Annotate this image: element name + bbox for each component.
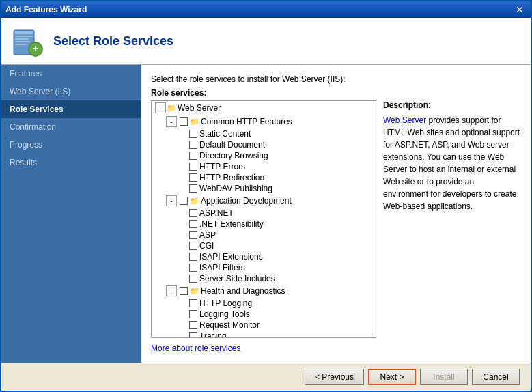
tree-item-server-side[interactable]: Server Side Includes bbox=[152, 273, 376, 284]
sidebar-item-progress: Progress bbox=[1, 136, 141, 154]
wizard-window: Add Features Wizard ✕ + Select Role Serv… bbox=[0, 0, 532, 392]
tree-item-static-content[interactable]: Static Content bbox=[152, 128, 376, 139]
checkbox-isapi-filters[interactable] bbox=[189, 264, 197, 272]
tree-item-asp[interactable]: ASP bbox=[152, 229, 376, 240]
checkbox-cgi[interactable] bbox=[189, 242, 197, 250]
checkbox-request-monitor[interactable] bbox=[189, 321, 197, 329]
tree-label-logging-tools: Logging Tools bbox=[199, 309, 250, 319]
tree-label-server-side: Server Side Includes bbox=[199, 274, 275, 283]
tree-label-common-http: Common HTTP Features bbox=[201, 117, 292, 126]
checkbox-health[interactable] bbox=[180, 287, 188, 295]
tree-item-isapi-filters[interactable]: ISAPI Filters bbox=[152, 262, 376, 273]
tree-item-webserver[interactable]: - 📁 Web Server bbox=[152, 101, 376, 115]
tree-label-request-monitor: Request Monitor bbox=[199, 320, 260, 330]
expand-health[interactable]: - bbox=[166, 285, 177, 296]
checkbox-webdav[interactable] bbox=[189, 184, 197, 193]
checkbox-isapi-ext[interactable] bbox=[189, 253, 197, 261]
sidebar-item-confirmation: Confirmation bbox=[1, 118, 141, 136]
main-content: Select the role services to install for … bbox=[141, 65, 531, 363]
tree-item-http-errors[interactable]: HTTP Errors bbox=[152, 161, 376, 172]
svg-text:+: + bbox=[33, 43, 38, 54]
tree-label-http-redirect: HTTP Redirection bbox=[199, 173, 264, 182]
cancel-button[interactable]: Cancel bbox=[472, 369, 520, 385]
svg-rect-1 bbox=[15, 31, 33, 34]
checkbox-server-side[interactable] bbox=[189, 275, 197, 283]
next-button[interactable]: Next > bbox=[368, 369, 416, 385]
sidebar-item-webserver: Web Server (IIS) bbox=[1, 83, 141, 100]
folder-icon-health: 📁 bbox=[190, 287, 199, 296]
close-button[interactable]: ✕ bbox=[513, 4, 527, 15]
tree-item-health[interactable]: - 📁 Health and Diagnostics bbox=[152, 284, 376, 298]
checkbox-default-doc[interactable] bbox=[189, 141, 197, 149]
more-about-link[interactable]: More about role services bbox=[151, 344, 521, 353]
folder-icon-common-http: 📁 bbox=[190, 117, 199, 126]
tree-label-dir-browsing: Directory Browsing bbox=[199, 151, 268, 160]
tree-item-net-ext[interactable]: .NET Extensibility bbox=[152, 219, 376, 229]
tree-item-aspnet[interactable]: ASP.NET bbox=[152, 208, 376, 219]
tree-label-cgi: CGI bbox=[199, 241, 214, 251]
sidebar-item-features: Features bbox=[1, 65, 141, 83]
content-area: - 📁 Web Server - 📁 Common HTTP Features bbox=[151, 100, 521, 338]
description-link[interactable]: Web Server bbox=[383, 115, 426, 125]
tree-item-tracing[interactable]: Tracing bbox=[152, 331, 376, 337]
title-bar: Add Features Wizard ✕ bbox=[1, 1, 531, 18]
tree-item-app-dev[interactable]: - 📁 Application Development bbox=[152, 194, 376, 208]
tree-item-dir-browsing[interactable]: Directory Browsing bbox=[152, 150, 376, 161]
wizard-icon: + bbox=[11, 25, 44, 57]
checkbox-dir-browsing[interactable] bbox=[189, 152, 197, 160]
svg-rect-2 bbox=[15, 36, 33, 37]
description-title: Description: bbox=[383, 100, 521, 110]
checkbox-static-content[interactable] bbox=[189, 130, 197, 138]
install-button: Install bbox=[420, 369, 468, 385]
wizard-header: + Select Role Services bbox=[1, 18, 531, 65]
tree-item-webdav[interactable]: WebDAV Publishing bbox=[152, 183, 376, 194]
description-text: Web Server provides support for HTML Web… bbox=[383, 114, 521, 212]
title-bar-left: Add Features Wizard bbox=[5, 5, 87, 14]
tree-label-net-ext: .NET Extensibility bbox=[199, 219, 264, 229]
window-title: Add Features Wizard bbox=[5, 5, 87, 14]
tree-item-request-monitor[interactable]: Request Monitor bbox=[152, 320, 376, 331]
tree-label-tracing: Tracing bbox=[199, 331, 227, 337]
checkbox-asp[interactable] bbox=[189, 231, 197, 239]
previous-button[interactable]: < Previous bbox=[305, 369, 364, 385]
checkbox-http-errors[interactable] bbox=[189, 163, 197, 171]
section-description: Select the role services to install for … bbox=[151, 74, 521, 84]
expand-app-dev[interactable]: - bbox=[166, 195, 177, 206]
sidebar-item-role-services: Role Services bbox=[1, 100, 141, 118]
checkbox-common-http[interactable] bbox=[180, 117, 188, 126]
checkbox-http-redirect[interactable] bbox=[189, 173, 197, 182]
tree-item-cgi[interactable]: CGI bbox=[152, 240, 376, 251]
tree-item-isapi-ext[interactable]: ISAPI Extensions bbox=[152, 251, 376, 262]
tree-label-http-errors: HTTP Errors bbox=[199, 162, 245, 171]
tree-label-static-content: Static Content bbox=[199, 129, 251, 139]
tree-label-webserver: Web Server bbox=[178, 103, 221, 113]
tree-item-http-redirect[interactable]: HTTP Redirection bbox=[152, 172, 376, 183]
sidebar: Features Web Server (IIS) Role Services … bbox=[1, 65, 141, 363]
wizard-footer: < Previous Next > Install Cancel bbox=[1, 363, 531, 391]
tree-item-default-doc[interactable]: Default Document bbox=[152, 139, 376, 150]
role-services-tree[interactable]: - 📁 Web Server - 📁 Common HTTP Features bbox=[152, 101, 376, 337]
checkbox-app-dev[interactable] bbox=[180, 197, 188, 205]
checkbox-aspnet[interactable] bbox=[189, 209, 197, 217]
checkbox-tracing[interactable] bbox=[189, 332, 197, 337]
tree-item-logging-tools[interactable]: Logging Tools bbox=[152, 309, 376, 320]
description-panel: Description: Web Server provides support… bbox=[383, 100, 521, 338]
sidebar-item-results: Results bbox=[1, 154, 141, 171]
expand-common-http[interactable]: - bbox=[166, 116, 177, 127]
tree-label-isapi-ext: ISAPI Extensions bbox=[199, 252, 263, 262]
checkbox-logging-tools[interactable] bbox=[189, 310, 197, 318]
tree-label-default-doc: Default Document bbox=[199, 140, 265, 150]
checkbox-net-ext[interactable] bbox=[189, 220, 197, 228]
tree-item-http-logging[interactable]: HTTP Logging bbox=[152, 298, 376, 309]
folder-icon-webserver: 📁 bbox=[167, 104, 176, 113]
tree-item-common-http[interactable]: - 📁 Common HTTP Features bbox=[152, 115, 376, 128]
description-body: provides support for HTML Web sites and … bbox=[383, 115, 520, 211]
folder-icon-app-dev: 📁 bbox=[190, 197, 199, 206]
svg-rect-4 bbox=[15, 41, 30, 42]
svg-rect-5 bbox=[15, 44, 27, 45]
role-services-label: Role services: bbox=[151, 88, 521, 98]
checkbox-http-logging[interactable] bbox=[189, 299, 197, 307]
expand-webserver[interactable]: - bbox=[155, 102, 166, 113]
tree-label-isapi-filters: ISAPI Filters bbox=[199, 263, 245, 272]
tree-label-asp: ASP bbox=[199, 230, 216, 240]
